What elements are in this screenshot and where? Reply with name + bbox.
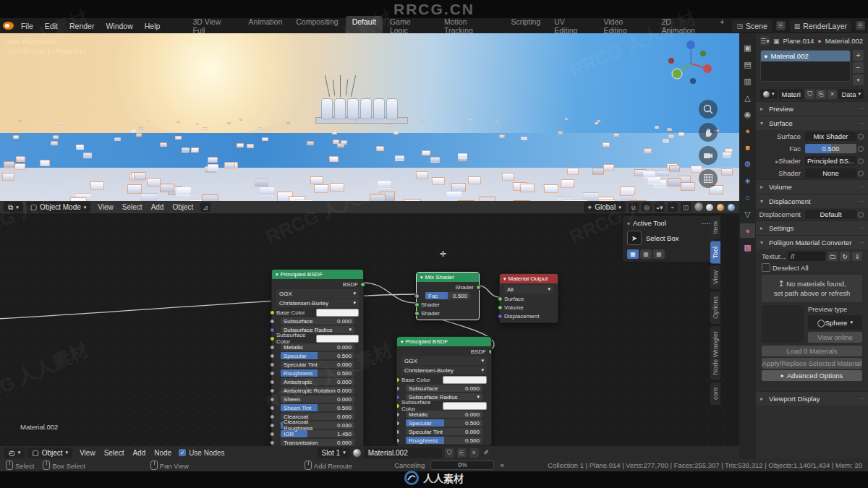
3d-viewport[interactable]: User Perspective (1) Collection 1 | Plan…	[0, 33, 739, 201]
object-tab-icon[interactable]: ■	[740, 140, 755, 155]
scene-tab-icon[interactable]: ◉	[740, 107, 755, 121]
node-row-fac[interactable]: Fac0.500	[417, 291, 479, 300]
panel-viewport-display[interactable]: ▸Viewport Display····	[756, 391, 868, 406]
node-row-clearcoat-roughness[interactable]: Clearcoat Roughness0.030	[272, 421, 363, 429]
new-scene-button[interactable]: ⎘	[776, 21, 786, 30]
node-header[interactable]: ▾Principled BSDF	[272, 270, 363, 279]
node-menu-view[interactable]: View	[75, 448, 100, 458]
scene-selector[interactable]: ◳ Scene	[732, 20, 771, 32]
side-tab-tool[interactable]: Tool	[710, 241, 720, 264]
node-dropdown[interactable]: GGX▾	[401, 356, 487, 365]
value-socket[interactable]	[270, 362, 275, 367]
value-socket[interactable]	[270, 414, 275, 419]
output-tab-icon[interactable]: ▥	[740, 74, 755, 88]
side-tab-osm[interactable]: osm	[710, 382, 720, 405]
new-viewlayer-button[interactable]: ⎘	[856, 21, 865, 30]
node-row-volume[interactable]: Volume	[500, 303, 558, 312]
world-tab-icon[interactable]: ●	[740, 124, 755, 138]
open-folder-icon[interactable]: 🗀	[827, 252, 838, 261]
value-socket[interactable]	[396, 412, 400, 417]
overlays-toggle-icon[interactable]: ◫	[681, 202, 691, 212]
node-header[interactable]: ▾Mix Shader	[417, 273, 479, 282]
shader-socket[interactable]	[498, 305, 503, 310]
material-name-input[interactable]: Materi	[779, 89, 804, 99]
color-swatch[interactable]	[316, 309, 359, 317]
side-tab-options[interactable]: Options	[710, 291, 720, 324]
color-swatch[interactable]	[443, 376, 487, 384]
orientation-dropdown[interactable]: ⌖Global▾	[584, 202, 626, 213]
material-datablock-icon[interactable]	[353, 449, 361, 457]
menu-help[interactable]: Help	[139, 20, 166, 32]
node-row-shader[interactable]: Shader	[417, 309, 479, 317]
animate-dot[interactable]	[858, 212, 864, 218]
viewport-menu-object[interactable]: Object	[168, 202, 197, 212]
shader-node-editor[interactable]: ▾Principled BSDFBSDFGGX▾Christensen-Burl…	[0, 213, 739, 446]
value-socket[interactable]	[270, 354, 275, 359]
node-row-surface[interactable]: Surface	[500, 294, 558, 303]
unlink-material-icon[interactable]: ×	[827, 90, 838, 99]
slot-specials-button[interactable]: ▾	[853, 74, 864, 85]
viewport-menu-view[interactable]: View	[93, 202, 118, 212]
node-row-subsurface-color[interactable]: Subsurface Color	[397, 401, 491, 410]
panel-volume[interactable]: ▸Volume····	[756, 179, 868, 194]
panel-surface[interactable]: ▾Surface····	[756, 116, 868, 130]
vector-socket[interactable]	[498, 314, 503, 319]
advanced-options-button[interactable]: ▸Advanced Options	[762, 370, 862, 381]
value-socket[interactable]	[396, 429, 400, 435]
node-row-metallic[interactable]: Metallic0.000	[397, 410, 491, 419]
navigation-gizmo[interactable]	[665, 36, 716, 87]
vector-socket[interactable]	[270, 328, 275, 333]
shader-socket[interactable]	[414, 311, 420, 316]
camera-view-icon[interactable]	[699, 146, 718, 165]
properties-filter-icon[interactable]: ☰▾	[760, 36, 770, 46]
new-material-icon[interactable]: ⎘	[816, 90, 826, 99]
select-mode-subtract[interactable]: ▦	[653, 249, 665, 259]
node-row-subsurface[interactable]: Subsurface0.000	[397, 384, 491, 393]
node-row-transmission[interactable]: Transmission0.000	[272, 438, 363, 446]
node-row-anisotropic[interactable]: Anisotropic0.000	[272, 377, 363, 386]
shader-socket[interactable]	[360, 282, 365, 287]
gizmos-toggle-icon[interactable]: ⌁	[668, 202, 678, 212]
value-socket[interactable]	[270, 371, 275, 376]
node-row-subsurface[interactable]: Subsurface0.000	[272, 317, 363, 325]
value-socket[interactable]	[270, 345, 275, 350]
load-materials-button[interactable]: Load 0 Materials	[762, 346, 862, 356]
node-row-base-color[interactable]: Base Color	[272, 308, 363, 317]
modifier-tab-icon[interactable]: ⚙	[740, 157, 755, 171]
particles-tab-icon[interactable]: ∗	[740, 174, 755, 188]
preview-type-dropdown[interactable]: ◯ Sphere▾	[808, 315, 862, 330]
node-row-base-color[interactable]: Base Color	[397, 375, 491, 384]
shader-type-dropdown[interactable]: ▢Object▾	[27, 448, 72, 458]
visibility-dropdown-icon[interactable]: ◒▾	[655, 202, 665, 212]
viewport-menu-add[interactable]: Add	[147, 202, 169, 212]
node-menu-select[interactable]: Select	[100, 448, 129, 458]
color-swatch[interactable]	[443, 402, 487, 410]
node-menu-node[interactable]: Node	[150, 448, 176, 458]
texture-tab-icon[interactable]: ▩	[740, 240, 755, 254]
panel-displacement[interactable]: ▾Displacement····	[756, 194, 868, 208]
node-menu-add[interactable]: Add	[128, 448, 150, 458]
panel-preview[interactable]: ▸Preview····	[756, 101, 868, 116]
select-mode-new[interactable]: ▦	[627, 249, 639, 259]
menu-edit[interactable]: Edit	[39, 20, 64, 32]
material-tab-icon[interactable]: ●	[740, 223, 755, 238]
select-mode-extend[interactable]: ▦	[640, 249, 652, 259]
toggle-perspective-icon[interactable]	[699, 169, 718, 188]
viewlayer-tab-icon[interactable]: △	[740, 90, 755, 105]
texture-path-input[interactable]: //	[788, 252, 825, 261]
apply-replace-button[interactable]: Apply/Replace Selected Material	[762, 358, 862, 369]
animate-dot[interactable]	[858, 171, 864, 176]
pan-hand-icon[interactable]	[699, 123, 718, 142]
animate-dot[interactable]	[858, 134, 864, 140]
pin-icon[interactable]: ✐	[482, 448, 491, 458]
color-socket[interactable]	[396, 403, 400, 408]
node-row-specular[interactable]: Specular0.500	[397, 419, 491, 427]
fake-user-icon[interactable]: ⛉	[805, 90, 815, 99]
xray-icon[interactable]: ⊿	[200, 202, 210, 212]
value-socket[interactable]	[270, 397, 275, 402]
node-row-subsurface-radius[interactable]: Subsurface Radius▾	[397, 393, 491, 401]
shader-socket[interactable]	[488, 349, 492, 354]
node-row-sheen[interactable]: Sheen0.000	[272, 395, 363, 403]
panel-settings[interactable]: ▸Settings····	[756, 221, 868, 235]
zoom-icon[interactable]	[699, 100, 718, 119]
